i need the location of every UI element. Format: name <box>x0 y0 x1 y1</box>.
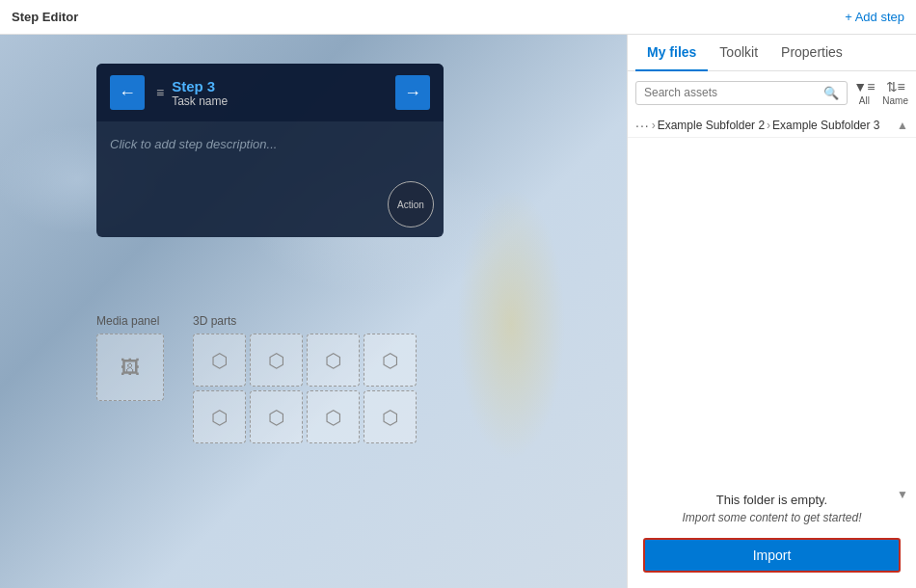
panel-tabs: My files Toolkit Properties <box>628 35 916 71</box>
filter-all-button[interactable]: ▼≡ All <box>853 79 875 106</box>
media-panel-section: Media panel 🖼 <box>96 314 164 443</box>
parts-grid-row1: ⬡ ⬡ ⬡ ⬡ <box>193 334 417 387</box>
parts-grids: ⬡ ⬡ ⬡ ⬡ ⬡ ⬡ ⬡ ⬡ <box>193 334 417 443</box>
tab-myfiles[interactable]: My files <box>635 35 708 71</box>
add-step-button[interactable]: + Add step <box>845 10 904 24</box>
page-title: Step Editor <box>12 10 78 24</box>
media-icon: 🖼 <box>121 357 140 379</box>
breadcrumb-sep-1: › <box>652 119 656 132</box>
parts-panel-section: 3D parts ⬡ ⬡ ⬡ ⬡ ⬡ ⬡ ⬡ ⬡ <box>193 314 417 443</box>
search-input-wrap[interactable]: 🔍 <box>635 81 848 105</box>
tab-toolkit[interactable]: Toolkit <box>708 35 769 71</box>
files-area: ▼ This folder is empty. Import some cont… <box>628 138 916 588</box>
parts-panel-label: 3D parts <box>193 314 417 328</box>
part-icon: ⬡ <box>211 406 228 429</box>
panels-row: Media panel 🖼 3D parts ⬡ ⬡ ⬡ ⬡ <box>96 314 417 443</box>
filter-name-button[interactable]: ⇅≡ Name <box>882 79 908 106</box>
scroll-down-icon[interactable]: ▼ <box>897 488 908 501</box>
step-card-header: ← ≡ Step 3 Task name → <box>96 64 444 121</box>
step-title: Step 3 <box>172 78 228 94</box>
part-cell-4[interactable]: ⬡ <box>364 334 417 387</box>
part-icon: ⬡ <box>382 406 398 429</box>
part-cell-7[interactable]: ⬡ <box>307 390 360 443</box>
step-card-body[interactable]: Click to add step description... Action <box>96 121 444 237</box>
part-cell-5[interactable]: ⬡ <box>193 390 246 443</box>
breadcrumb-sep-2: › <box>767 119 770 132</box>
next-step-button[interactable]: → <box>395 75 430 110</box>
step-card: ← ≡ Step 3 Task name → Click to add step… <box>96 64 444 237</box>
empty-folder-text: This folder is empty. <box>716 493 827 507</box>
part-icon: ⬡ <box>325 349 341 372</box>
part-cell-6[interactable]: ⬡ <box>250 390 303 443</box>
main-layout: ← ≡ Step 3 Task name → Click to add step… <box>0 35 916 588</box>
empty-folder-hint: Import some content to get started! <box>682 511 861 524</box>
part-cell-8[interactable]: ⬡ <box>364 390 417 443</box>
sort-icon: ⇅≡ <box>886 79 905 94</box>
part-cell-3[interactable]: ⬡ <box>307 334 360 387</box>
scroll-up-icon[interactable]: ▲ <box>897 119 908 132</box>
task-name: Task name <box>172 94 228 108</box>
filter-area: ▼≡ All ⇅≡ Name <box>853 79 908 106</box>
parts-grid-row2: ⬡ ⬡ ⬡ ⬡ <box>193 390 417 443</box>
import-button[interactable]: Import <box>643 538 901 573</box>
part-icon: ⬡ <box>382 349 398 372</box>
list-icon: ≡ <box>156 85 164 100</box>
breadcrumb-subfolder3[interactable]: Example Subfolder 3 <box>772 119 879 132</box>
step-info: ≡ Step 3 Task name <box>145 78 395 108</box>
part-cell-1[interactable]: ⬡ <box>193 334 246 387</box>
breadcrumb-ellipsis[interactable]: ··· <box>635 118 650 133</box>
action-button[interactable]: Action <box>388 181 434 227</box>
step-description: Click to add step description... <box>110 137 277 151</box>
part-icon: ⬡ <box>268 406 284 429</box>
part-icon: ⬡ <box>211 349 228 372</box>
search-bar: 🔍 ▼≡ All ⇅≡ Name <box>635 79 908 106</box>
breadcrumb-subfolder2[interactable]: Example Subfolder 2 <box>658 119 765 132</box>
prev-step-button[interactable]: ← <box>110 75 145 110</box>
media-cell-1[interactable]: 🖼 <box>96 334 164 401</box>
tab-properties[interactable]: Properties <box>769 35 854 71</box>
filter-icon: ▼≡ <box>853 79 875 94</box>
top-bar: Step Editor + Add step <box>0 0 916 35</box>
search-input[interactable] <box>644 86 823 99</box>
breadcrumb: ··· › Example Subfolder 2 › Example Subf… <box>628 114 916 138</box>
part-icon: ⬡ <box>325 406 341 429</box>
media-panel-label: Media panel <box>96 314 164 328</box>
right-panel: My files Toolkit Properties 🔍 ▼≡ All ⇅≡ … <box>627 35 916 588</box>
media-panel-grid: 🖼 <box>96 334 164 401</box>
part-icon: ⬡ <box>268 349 284 372</box>
part-cell-2[interactable]: ⬡ <box>250 334 303 387</box>
step-editor-area: ← ≡ Step 3 Task name → Click to add step… <box>0 35 627 588</box>
search-icon-button[interactable]: 🔍 <box>823 86 839 100</box>
